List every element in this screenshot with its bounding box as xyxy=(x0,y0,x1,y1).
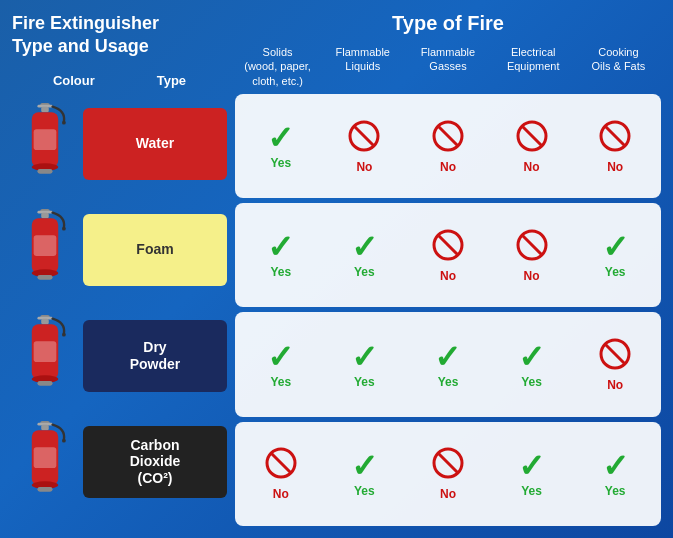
left-panel: Fire Extinguisher Type and Usage Colour … xyxy=(12,12,227,526)
no-icon xyxy=(515,119,549,158)
cell-0-3: No xyxy=(492,119,572,174)
svg-line-35 xyxy=(438,126,458,146)
cell-label-2-3: Yes xyxy=(521,375,542,389)
extinguisher-row-0: Water xyxy=(12,94,227,194)
cell-label-1-0: Yes xyxy=(270,265,291,279)
svg-rect-11 xyxy=(41,213,49,219)
cell-label-1-2: No xyxy=(440,269,456,283)
cell-label-1-1: Yes xyxy=(354,265,375,279)
cell-label-0-2: No xyxy=(440,160,456,174)
check-icon: ✓ xyxy=(351,450,378,482)
cell-1-3: No xyxy=(492,228,572,283)
cell-label-3-4: Yes xyxy=(605,484,626,498)
cell-2-3: ✓Yes xyxy=(492,341,572,389)
cell-0-1: No xyxy=(325,119,405,174)
cell-1-2: No xyxy=(408,228,488,283)
cell-label-3-3: Yes xyxy=(521,484,542,498)
check-icon: ✓ xyxy=(267,231,294,263)
ext-label-0: Water xyxy=(83,108,227,180)
check-icon: ✓ xyxy=(351,231,378,263)
svg-line-49 xyxy=(438,453,458,473)
no-icon xyxy=(431,446,465,485)
cell-0-4: No xyxy=(575,119,655,174)
svg-point-2 xyxy=(62,121,66,125)
right-panel: Type of Fire Solids (wood, paper, cloth,… xyxy=(235,12,661,526)
cell-1-1: ✓Yes xyxy=(325,231,405,279)
svg-rect-23 xyxy=(37,381,52,386)
cell-label-0-4: No xyxy=(607,160,623,174)
cell-label-3-0: No xyxy=(273,487,289,501)
cell-label-0-1: No xyxy=(356,160,372,174)
svg-rect-13 xyxy=(33,236,56,257)
colour-header: Colour xyxy=(53,73,95,88)
cell-3-4: ✓Yes xyxy=(575,450,655,498)
svg-rect-29 xyxy=(33,448,56,469)
cell-3-0: No xyxy=(241,446,321,501)
cell-label-0-0: Yes xyxy=(270,156,291,170)
cell-2-2: ✓Yes xyxy=(408,341,488,389)
extinguisher-row-1: Foam xyxy=(12,200,227,300)
data-row-3: No✓Yes No✓Yes✓Yes xyxy=(235,422,661,526)
type-of-fire-title: Type of Fire xyxy=(235,12,661,35)
svg-line-43 xyxy=(522,235,542,255)
svg-line-45 xyxy=(605,344,625,364)
col-header-electrical: Electrical Equipment xyxy=(493,43,574,90)
left-col-headers: Colour Type xyxy=(12,73,227,88)
no-icon xyxy=(598,119,632,158)
check-icon: ✓ xyxy=(267,122,294,154)
ext-image-1 xyxy=(12,207,77,292)
check-icon: ✓ xyxy=(518,450,545,482)
cell-label-2-4: No xyxy=(607,378,623,392)
svg-rect-7 xyxy=(37,169,52,174)
data-row-2: ✓Yes✓Yes✓Yes✓Yes No xyxy=(235,312,661,416)
svg-line-41 xyxy=(438,235,458,255)
check-icon: ✓ xyxy=(602,231,629,263)
ext-image-3 xyxy=(12,419,77,504)
cell-label-0-3: No xyxy=(524,160,540,174)
cell-3-1: ✓Yes xyxy=(325,450,405,498)
table-wrapper: Solids (wood, paper, cloth, etc.)Flammab… xyxy=(235,43,661,526)
no-icon xyxy=(598,337,632,376)
svg-line-37 xyxy=(522,126,542,146)
svg-point-10 xyxy=(62,227,66,231)
ext-label-3: Carbon Dioxide (CO²) xyxy=(83,426,227,498)
cell-2-4: No xyxy=(575,337,655,392)
svg-rect-21 xyxy=(33,342,56,363)
svg-rect-3 xyxy=(41,107,49,113)
ext-label-1: Foam xyxy=(83,214,227,286)
extinguisher-rows: Water Foam Dry Powder xyxy=(12,94,227,526)
col-header-flammable_gases: Flammable Gasses xyxy=(407,43,488,90)
main-title: Fire Extinguisher Type and Usage xyxy=(12,12,227,59)
cell-1-0: ✓Yes xyxy=(241,231,321,279)
no-icon xyxy=(515,228,549,267)
data-row-1: ✓Yes✓Yes No No✓Yes xyxy=(235,203,661,307)
svg-rect-15 xyxy=(37,275,52,280)
svg-point-18 xyxy=(62,333,66,337)
cell-2-0: ✓Yes xyxy=(241,341,321,389)
col-header-solids: Solids (wood, paper, cloth, etc.) xyxy=(237,43,318,90)
no-icon xyxy=(347,119,381,158)
cell-3-2: No xyxy=(408,446,488,501)
check-icon: ✓ xyxy=(602,450,629,482)
col-header-cooking_oils: Cooking Oils & Fats xyxy=(578,43,659,90)
check-icon: ✓ xyxy=(267,341,294,373)
cell-label-2-2: Yes xyxy=(438,375,459,389)
svg-rect-19 xyxy=(41,319,49,325)
cell-label-3-2: No xyxy=(440,487,456,501)
data-rows: ✓Yes No No No No✓Yes✓Yes No No✓Yes✓Yes✓Y… xyxy=(235,94,661,526)
svg-rect-5 xyxy=(33,130,56,151)
ext-label-2: Dry Powder xyxy=(83,320,227,392)
check-icon: ✓ xyxy=(518,341,545,373)
col-header-row: Solids (wood, paper, cloth, etc.)Flammab… xyxy=(235,43,661,90)
cell-0-0: ✓Yes xyxy=(241,122,321,170)
svg-line-47 xyxy=(271,453,291,473)
svg-rect-27 xyxy=(41,425,49,431)
svg-point-26 xyxy=(62,439,66,443)
check-icon: ✓ xyxy=(434,341,461,373)
cell-label-1-4: Yes xyxy=(605,265,626,279)
cell-2-1: ✓Yes xyxy=(325,341,405,389)
cell-0-2: No xyxy=(408,119,488,174)
title-block: Fire Extinguisher Type and Usage xyxy=(12,12,227,59)
svg-rect-31 xyxy=(37,487,52,492)
extinguisher-row-2: Dry Powder xyxy=(12,306,227,406)
